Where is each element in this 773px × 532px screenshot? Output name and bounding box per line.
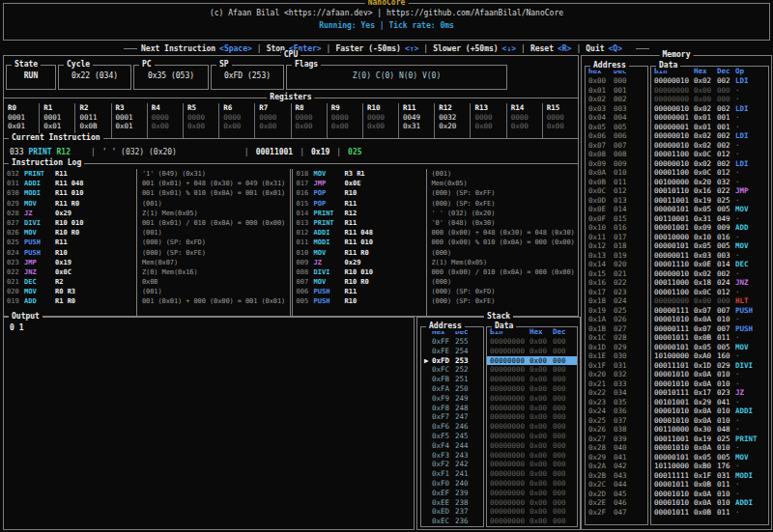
memory-data-bin: 00000101 [654, 343, 694, 352]
log-detail-row: Z(1) Mem(0x05) [427, 258, 579, 267]
memory-address-dec: 037 [614, 416, 627, 426]
log-line-number: 008 [297, 267, 310, 277]
log-line-number: 030 [7, 188, 20, 198]
stack-address-dec: 253 [455, 356, 469, 366]
stack-pointer-icon [424, 441, 432, 451]
register-dec-value: 0000 [367, 113, 398, 123]
memory-address-hex: 0x15 [588, 269, 614, 279]
log-detail-text: (001) [137, 287, 162, 296]
memory-data-op: · [735, 141, 768, 151]
stack-data-hex: 0x00 [530, 337, 553, 347]
memory-address-dec: 028 [614, 333, 627, 343]
register-cell: R11 0049 0x31 [398, 103, 434, 138]
log-right-half: 018MOVR3 R1017JMP0x0E016POPR10015POPR110… [294, 169, 579, 316]
current-instruction-title: Current Instruction [9, 133, 103, 143]
log-detail-row: (001) [137, 287, 289, 296]
memory-address-dec: 043 [614, 471, 627, 481]
log-args: R11 048 [55, 179, 84, 188]
memory-data-dec: 011 [717, 480, 735, 490]
memory-data-dec: 012 [717, 150, 735, 159]
memory-data-bin: 00001010 [654, 490, 694, 499]
log-detail-text: (001) [427, 169, 452, 179]
memory-data-bin: 00001011 [654, 508, 694, 518]
flags-box: Flags Z(0) C(0) N(0) V(0) [286, 65, 507, 90]
memory-address-hex: 0x26 [588, 425, 614, 434]
memory-data-row: 000000010x01001· [651, 123, 768, 132]
stack-data-bin: 00000000 [490, 441, 530, 451]
log-detail-row: ' ' (032) (0x20) [427, 209, 579, 218]
log-line-number: 011 [297, 238, 310, 247]
memory-address-hex: 0x0B [588, 178, 614, 187]
menu-item[interactable]: Quit<Q> [586, 44, 632, 53]
stack-address-dec: 249 [455, 394, 469, 404]
memory-data-bin: 00000001 [654, 113, 694, 123]
stack-data-row: 000000000x00000 [487, 384, 577, 394]
log-instruction-row: 006PUSHR11 [294, 287, 426, 296]
memory-address-dec: 047 [614, 508, 627, 518]
memory-data-dec: 000 [717, 86, 735, 96]
memory-address-dec: 042 [614, 462, 627, 471]
memory-address-dec: 011 [614, 178, 627, 187]
memory-data-hex: 0x19 [694, 434, 717, 444]
register-cell: R5 0000 0x00 [183, 103, 218, 138]
log-detail-row: 001 (0x01) + 000 (0x00) = 001 (0x01) [137, 296, 289, 306]
register-hex-value: 0x00 [259, 122, 290, 131]
register-dec-value: 0000 [547, 113, 578, 123]
stack-pointer-icon [424, 451, 432, 461]
memory-address-row: 0x0E014 [586, 205, 647, 214]
memory-data-row: 000001110x07007PUSH [651, 306, 768, 316]
memory-address-row: 0x2F047 [586, 508, 647, 518]
memory-data-row: 000100000x10016· [651, 233, 768, 242]
menu-item[interactable]: Faster (-50ms)<↑>| [335, 44, 433, 53]
log-detail-text: Z(0) Mem(0x16) [137, 267, 198, 277]
register-name: R7 [259, 103, 290, 113]
stack-data-dec: 000 [553, 356, 571, 366]
register-dec-value: 0001 [43, 113, 74, 123]
stack-pointer-icon [424, 384, 432, 394]
memory-address-row: 0x0D013 [586, 196, 647, 206]
stack-pointer-icon [424, 375, 432, 384]
memory-data-op: · [735, 95, 768, 104]
log-line-number: 026 [7, 228, 20, 238]
stack-data-row: 000000000x00000 [487, 441, 577, 451]
memory-data-dec: 002 [717, 159, 735, 169]
memory-data-bin: 00000111 [654, 306, 694, 316]
stack-address-row: 0xF9249 [421, 394, 483, 404]
stack-data-hex: 0x00 [530, 365, 553, 375]
menu-item[interactable]: Stop<Enter>| [267, 44, 336, 53]
log-detail-row: 001 (0x01) % 010 (0x0A) = 001 (0x01) [137, 188, 289, 198]
log-opcode: PRINT [24, 169, 49, 179]
log-opcode: POP [314, 199, 339, 209]
memory-address-row: 0x06006 [586, 131, 647, 141]
stack-dec-header: Dec [553, 327, 571, 337]
log-instruction-row: 019ADDR1 R0 [4, 296, 136, 306]
register-cell: R7 0000 0x00 [254, 103, 290, 138]
menu-item-key: <↑> [405, 44, 418, 53]
memory-data-bin: 00001010 [654, 416, 694, 426]
menu-item[interactable]: Slower (+50ms)<↓>| [433, 44, 530, 53]
memory-data-row: 000000000x00000· [651, 86, 768, 96]
stack-pointer-icon [424, 337, 432, 347]
menu-item[interactable]: Next Instruction<Space>| [141, 44, 267, 53]
memory-address-hex: 0x29 [588, 453, 614, 462]
memory-data-hex: 0x02 [694, 104, 717, 114]
memory-data-dec: 025 [717, 196, 735, 206]
memory-address-row: 0x0F015 [586, 214, 647, 224]
log-detail-row: (000) [427, 277, 579, 287]
memory-address-row: 0x11017 [586, 233, 647, 242]
register-dec-value: 0000 [152, 113, 183, 123]
stack-panel: Stack Address Hex Dec 0xFF2550xFE254▶0xF… [416, 317, 581, 530]
memory-data-op: · [735, 150, 768, 159]
log-instruction-row: 017JMP0x0E [294, 179, 426, 188]
memory-data-op: · [735, 269, 768, 279]
memory-address-hex: 0x1C [588, 333, 614, 343]
memory-data-dec: 002 [717, 104, 735, 114]
stack-address-hex: 0xF5 [432, 432, 455, 441]
memory-data-row: 000010100x0A010· [651, 315, 768, 324]
log-detail-row: 000 (0x00) / 010 (0x0A) = 000 (0x00) [427, 267, 579, 277]
log-line-number: 017 [297, 179, 310, 188]
memory-data-hex: 0x05 [694, 453, 717, 462]
log-instruction-row: 007MOVR10 R0 [294, 277, 426, 287]
log-detail-row: Mem(0x05) [427, 179, 579, 188]
menu-item[interactable]: Reset<R>| [530, 44, 586, 53]
